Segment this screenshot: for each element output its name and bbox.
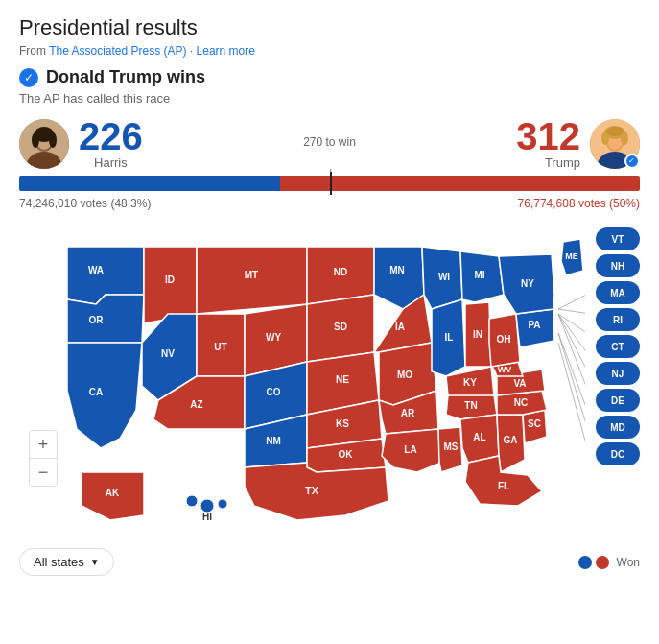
trump-won-checkmark: ✓ — [624, 154, 640, 169]
svg-text:KY: KY — [463, 377, 477, 388]
harris-candidate: 226 Harris — [19, 117, 143, 170]
svg-text:AK: AK — [106, 488, 120, 498]
source-separator: · — [190, 44, 197, 58]
harris-legend-dot — [578, 556, 592, 569]
threshold-label: 270 to win — [303, 135, 356, 149]
winner-text: Donald Trump wins — [46, 67, 205, 87]
svg-text:PA: PA — [528, 320, 540, 330]
map-container: WA OR CA ID NV UT AZ — [19, 218, 640, 535]
trump-avatar-wrapper: ✓ — [590, 119, 640, 169]
trump-bar — [280, 176, 640, 191]
svg-text:IN: IN — [473, 329, 482, 340]
svg-text:TX: TX — [305, 485, 319, 496]
nj-bubble[interactable]: NJ — [596, 362, 640, 385]
de-bubble[interactable]: DE — [596, 389, 640, 412]
svg-text:OR: OR — [89, 315, 105, 325]
svg-point-107 — [186, 495, 198, 507]
zoom-in-button[interactable]: + — [30, 431, 57, 458]
svg-text:CO: CO — [267, 387, 281, 397]
source-prefix: From — [19, 44, 49, 58]
md-bubble[interactable]: MD — [596, 416, 640, 439]
svg-marker-22 — [144, 247, 197, 323]
svg-text:NE: NE — [336, 374, 349, 385]
all-states-button[interactable]: All states ▼ — [19, 548, 114, 576]
legend-dots — [578, 556, 609, 569]
svg-text:MO: MO — [397, 370, 412, 380]
legend-label: Won — [617, 556, 640, 569]
harris-avatar — [19, 119, 69, 169]
page-title: Presidential results — [19, 15, 640, 40]
svg-text:SD: SD — [334, 322, 347, 332]
winner-banner: ✓ Donald Trump wins — [19, 67, 640, 87]
small-states-column: VT NH MA RI CT NJ DE MD DC — [596, 227, 640, 465]
svg-marker-30 — [197, 247, 307, 314]
svg-point-109 — [218, 499, 227, 509]
svg-text:NY: NY — [521, 278, 534, 289]
zoom-out-button[interactable]: − — [30, 459, 57, 486]
svg-text:AL: AL — [473, 432, 485, 442]
vt-bubble[interactable]: VT — [596, 227, 640, 250]
svg-text:HI: HI — [202, 512, 212, 522]
svg-text:WA: WA — [88, 265, 104, 275]
svg-text:KS: KS — [336, 418, 349, 429]
ma-bubble[interactable]: MA — [596, 281, 640, 304]
svg-point-6 — [49, 132, 57, 148]
svg-text:SC: SC — [528, 418, 541, 429]
svg-text:MI: MI — [474, 270, 484, 280]
svg-text:WY: WY — [266, 332, 281, 343]
svg-text:LA: LA — [404, 444, 416, 455]
trump-electoral: 312 — [516, 117, 580, 155]
svg-text:WI: WI — [438, 272, 450, 282]
ri-bubble[interactable]: RI — [596, 308, 640, 331]
svg-point-5 — [32, 132, 39, 148]
svg-point-108 — [200, 499, 214, 513]
votes-row: 74,246,010 votes (48.3%) 76,774,608 vote… — [19, 197, 640, 210]
svg-text:AZ: AZ — [190, 399, 202, 410]
map-controls: + − — [29, 430, 58, 487]
source-line: From The Associated Press (AP) · Learn m… — [19, 44, 640, 58]
svg-text:OK: OK — [339, 449, 354, 460]
threshold-marker — [330, 172, 332, 195]
nh-bubble[interactable]: NH — [596, 254, 640, 277]
progress-section: | — [19, 176, 640, 191]
ap-link[interactable]: The Associated Press (AP) — [49, 44, 186, 58]
svg-text:ID: ID — [165, 274, 175, 285]
svg-text:MS: MS — [444, 441, 459, 452]
trump-votes: 312 Trump — [516, 117, 580, 170]
trump-votes-text: 76,774,608 votes (50%) — [518, 197, 640, 210]
svg-point-14 — [606, 127, 624, 136]
svg-text:TN: TN — [464, 400, 477, 411]
progress-bar — [19, 176, 640, 191]
trump-candidate: 312 Trump ✓ — [516, 117, 640, 170]
harris-electoral: 226 — [79, 117, 143, 155]
map-legend: Won — [578, 556, 640, 569]
svg-text:IA: IA — [395, 322, 405, 332]
svg-text:NV: NV — [161, 348, 175, 359]
called-text: The AP has called this race — [19, 91, 640, 106]
threshold-center: 270 to win — [303, 135, 356, 153]
harris-votes-text: 74,246,010 votes (48.3%) — [19, 197, 151, 210]
us-map[interactable]: WA OR CA ID NV UT AZ — [19, 218, 585, 535]
svg-text:CA: CA — [89, 387, 103, 397]
main-container: Presidential results From The Associated… — [0, 0, 659, 591]
ct-bubble[interactable]: CT — [596, 335, 640, 358]
svg-text:WV: WV — [498, 365, 512, 374]
trump-legend-dot — [596, 556, 609, 569]
footer-row: All states ▼ Won — [19, 542, 640, 576]
svg-text:NC: NC — [514, 397, 528, 408]
svg-marker-18 — [67, 295, 144, 343]
svg-text:MT: MT — [245, 270, 258, 280]
all-states-label: All states — [34, 555, 84, 569]
candidates-row: 226 Harris 270 to win 312 Trump — [19, 117, 640, 170]
harris-name: Harris — [79, 155, 143, 170]
svg-text:AR: AR — [401, 408, 415, 418]
svg-text:FL: FL — [498, 481, 509, 491]
harris-bar — [19, 176, 280, 191]
svg-text:GA: GA — [504, 435, 518, 445]
svg-text:IL: IL — [445, 332, 454, 343]
learn-more-link[interactable]: Learn more — [197, 44, 255, 58]
dc-bubble[interactable]: DC — [596, 442, 640, 465]
svg-text:MN: MN — [389, 265, 405, 275]
svg-text:ND: ND — [334, 267, 347, 277]
svg-text:NM: NM — [266, 436, 281, 446]
